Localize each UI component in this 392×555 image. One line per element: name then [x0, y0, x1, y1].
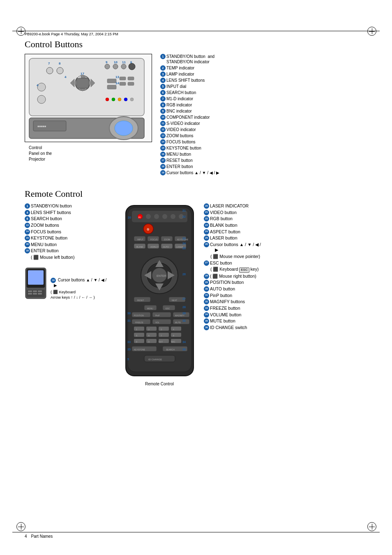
svg-rect-18 [120, 82, 126, 85]
r-badge-32: 32 [204, 299, 209, 304]
remote-left-annotations: 1 STANDBY/ON button 4 LENS SHIFT buttons… [25, 203, 115, 301]
svg-text:14: 14 [115, 81, 119, 85]
corner-mark-bl [16, 522, 25, 530]
control-item-19: 19 Cursor buttons ▲ / ▼ / ◀ / ▶ [160, 170, 367, 175]
control-item-5: 5 INPUT dial [160, 84, 367, 89]
cursor-note-block: 19 Cursor buttons ▲ / ▼ / ◀ / ▶ ( ⬛ Keyb… [51, 278, 106, 300]
svg-point-3 [105, 64, 110, 69]
control-panel-svg: 7 8 9 10 11 6 17 13 14 4 4 18 [25, 54, 152, 142]
svg-text:33: 33 [127, 341, 131, 343]
badge-17: 17 [160, 158, 166, 163]
svg-text:30: 30 [127, 312, 131, 315]
svg-text:7: 7 [48, 62, 50, 65]
diagram-label: Control Panel on the Projector [29, 145, 156, 162]
svg-text:ENTER: ENTER [157, 274, 166, 277]
svg-point-61 [162, 214, 167, 219]
badge-4: 4 [160, 78, 166, 83]
svg-text:FREEZE: FREEZE [135, 321, 143, 324]
control-item-1: 1 STANDBY/ON button andSTANDBY/ON indica… [160, 54, 367, 64]
svg-rect-121 [171, 333, 181, 337]
badge-19: 19 [160, 170, 166, 175]
svg-text:RESET: RESET [137, 299, 144, 302]
svg-text:SRC: SRC [171, 341, 175, 343]
svg-point-2 [57, 67, 63, 74]
svg-point-24 [118, 98, 121, 101]
control-buttons-section: Control Buttons [25, 39, 367, 176]
svg-text:■■■■■: ■■■■■ [37, 125, 46, 128]
r-badge-20: 20 [204, 203, 209, 209]
svg-text:26: 26 [182, 273, 186, 276]
r-badge-27: 27 [204, 260, 209, 266]
remote-right-list: 20 LASER INDICATOR 21 VIDEO button 22 RG… [204, 203, 367, 331]
badge-3: 3 [160, 71, 166, 77]
badge-11: 11 [160, 121, 166, 126]
page-number: 4 [25, 534, 27, 539]
control-buttons-title: Control Buttons [25, 39, 367, 50]
svg-text:ZOOM: ZOOM [164, 238, 170, 241]
remote-item-mouse-left: ( ⬛ Mouse left button) [25, 255, 115, 260]
control-item-14: 14 FOCUS buttons [160, 139, 367, 145]
svg-rect-50 [38, 290, 42, 292]
control-item-9: 9 BNC indicator [160, 108, 367, 114]
control-item-list-ul: 1 STANDBY/ON button andSTANDBY/ON indica… [160, 54, 367, 175]
remote-item-16: 16 MENU button [25, 242, 115, 248]
r-item-22: 22 RGB button [204, 216, 367, 222]
svg-text:22: 22 [182, 215, 186, 218]
svg-text:POSITION: POSITION [134, 314, 144, 317]
top-rule [12, 31, 380, 31]
esc-key: ESC [239, 267, 249, 272]
svg-point-60 [154, 214, 159, 219]
svg-text:SEARCH: SEARCH [166, 348, 175, 351]
keyboard-device: 19 Cursor buttons ▲ / ▼ / ◀ / ▶ ( ⬛ Keyb… [25, 265, 115, 301]
svg-point-21 [37, 95, 46, 104]
r-badge-6: 6 [25, 216, 30, 221]
control-item-2: 2 TEMP indicator [160, 65, 367, 71]
svg-point-4 [113, 64, 118, 69]
svg-text:4: 4 [173, 328, 174, 331]
svg-text:AUTO: AUTO [163, 246, 169, 248]
badge-8: 8 [160, 102, 166, 108]
svg-text:4: 4 [65, 75, 67, 79]
control-item-11: 11 S-VIDEO indicator [160, 121, 367, 126]
remote-item-15: 15 KEYSTONE button [25, 235, 115, 241]
svg-text:ID CHANGE: ID CHANGE [148, 358, 162, 361]
r-badge-23: 23 [204, 223, 209, 228]
badge-7: 7 [160, 96, 166, 101]
r-item-33: 33 FREEZE button [204, 306, 367, 311]
svg-text:23: 23 [182, 237, 186, 240]
badge-6: 6 [160, 90, 166, 95]
r-item-34: 34 VOLUME button [204, 312, 367, 318]
r-item-29: 29 POSITION button [204, 280, 367, 286]
svg-rect-119 [146, 333, 157, 337]
r-item-30: 30 AUTO button [204, 286, 367, 292]
r-badge-4: 4 [25, 210, 30, 215]
r-badge-34: 34 [204, 312, 209, 318]
r-badge-22: 22 [204, 216, 209, 221]
r-item-32: 32 MAGNIFY buttons [204, 299, 367, 305]
svg-text:6: 6 [148, 334, 150, 337]
remote-diagram-label: Remote Control [145, 382, 174, 386]
r-badge-36: 36 [204, 325, 209, 330]
badge-10: 10 [160, 115, 166, 120]
keyboard-svg [25, 267, 47, 300]
svg-text:MUTE: MUTE [175, 321, 181, 324]
svg-text:11: 11 [122, 60, 126, 64]
r-item-36: 36 ID CHANGE switch [204, 325, 367, 331]
r-item-23: 23 BLANK button [204, 223, 367, 228]
svg-text:8: 8 [59, 62, 61, 65]
r-badge-33: 33 [204, 306, 209, 311]
remote-item-14: 14 FOCUS buttons [25, 229, 115, 235]
svg-text:7: 7 [161, 334, 162, 337]
r-badge-29: 29 [204, 280, 209, 285]
svg-text:36: 36 [182, 348, 186, 351]
svg-point-59 [146, 214, 151, 219]
svg-text:31: 31 [127, 319, 131, 322]
remote-diagram-container: 20 ① INPUT FOCUS ZOOM [118, 203, 201, 386]
svg-text:ASPECT: ASPECT [150, 246, 159, 248]
svg-rect-48 [28, 290, 32, 292]
header-text: PB9200-e.book Page 4 Thursday, May 27, 2… [25, 32, 118, 36]
svg-rect-51 [28, 293, 32, 295]
r-badge-16: 16 [25, 242, 30, 247]
r-item-27: 27 ESC button [204, 260, 367, 266]
svg-rect-126 [134, 339, 144, 343]
